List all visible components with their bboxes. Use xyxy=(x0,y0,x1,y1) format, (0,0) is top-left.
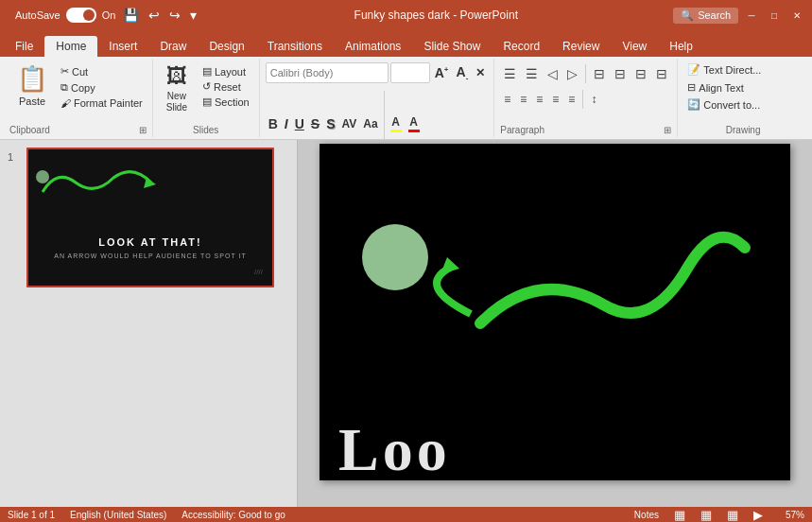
slide-thumbnail[interactable]: LOOK AT THAT! AN ARROW WOULD HELP AUDIEN… xyxy=(26,148,274,287)
slide-canvas[interactable]: Loo xyxy=(320,144,790,480)
char-case-btn[interactable]: Aa xyxy=(360,115,380,132)
font-color-btn[interactable]: A xyxy=(406,113,423,134)
strikethrough-btn[interactable]: S xyxy=(308,114,322,133)
copy-button[interactable]: ⧉ Copy xyxy=(57,80,147,95)
close-btn[interactable]: ✕ xyxy=(789,8,804,23)
slides-small-btns: ▤ Layout ↺ Reset ▤ Section xyxy=(199,64,253,109)
reset-button[interactable]: ↺ Reset xyxy=(199,79,253,94)
view-slideshow-btn[interactable]: ▶ xyxy=(753,508,763,522)
bold-btn[interactable]: B xyxy=(266,114,281,133)
smart-art-btn[interactable]: ⊟ xyxy=(652,64,671,83)
para-divider2 xyxy=(582,90,583,109)
slide-decoration: //// xyxy=(254,268,263,276)
ribbon: 📋 Paste ✂ Cut ⧉ Copy 🖌 Format Painter C xyxy=(0,57,812,140)
indent-inc-btn[interactable]: ▷ xyxy=(563,64,581,83)
slide-panel: 1 LOOK AT THAT! AN ARROW WOULD HELP AUDI… xyxy=(0,140,298,507)
slide-info: Slide 1 of 1 xyxy=(8,510,55,520)
font-size-input[interactable]: 18 xyxy=(390,62,430,83)
slide-small-circle xyxy=(36,170,49,183)
notes-btn[interactable]: Notes xyxy=(634,510,659,520)
tab-view[interactable]: View xyxy=(611,36,658,57)
italic-btn[interactable]: I xyxy=(282,114,291,133)
tab-file[interactable]: File xyxy=(4,36,44,57)
justify-btn[interactable]: ≡ xyxy=(548,91,562,108)
align-text-drawing-btn[interactable]: ⊟ Align Text xyxy=(683,80,748,95)
redo-btn[interactable]: ↪ xyxy=(167,6,182,25)
autosave-toggle[interactable] xyxy=(66,8,96,23)
view-normal-btn[interactable]: ▦ xyxy=(674,508,685,522)
convert-label: Convert to... xyxy=(703,99,760,111)
maximize-btn[interactable]: □ xyxy=(767,8,782,23)
clipboard-expand-icon[interactable]: ⊞ xyxy=(139,125,147,135)
align-right-btn[interactable]: ≡ xyxy=(532,91,546,108)
search-input-label[interactable]: Search xyxy=(698,9,731,21)
clipboard-group: 📋 Paste ✂ Cut ⧉ Copy 🖌 Format Painter C xyxy=(4,59,153,137)
para-row1: ☰ ☰ ◁ ▷ ⊟ ⊟ ⊟ ⊟ xyxy=(500,62,671,85)
tab-record[interactable]: Record xyxy=(492,36,551,57)
paragraph-label: Paragraph ⊞ xyxy=(500,123,671,135)
drawing-row1: 📝 Text Direct... ⊟ Align Text xyxy=(683,62,803,95)
tab-animations[interactable]: Animations xyxy=(334,36,412,57)
tab-transitions[interactable]: Transitions xyxy=(256,36,334,57)
slide-squiggle-svg xyxy=(38,164,161,220)
clipboard-label: Clipboard ⊞ xyxy=(9,123,147,135)
minimize-btn[interactable]: ─ xyxy=(744,8,759,23)
slides-label: Slides xyxy=(159,123,253,135)
align-left-btn[interactable]: ≡ xyxy=(500,91,514,108)
font-name-input[interactable] xyxy=(266,62,389,83)
view-reading-btn[interactable]: ▦ xyxy=(727,508,738,522)
layout-icon: ▤ xyxy=(202,65,212,78)
slide-thumb-wrapper: 1 LOOK AT THAT! AN ARROW WOULD HELP AUDI… xyxy=(8,148,289,287)
columns-btn[interactable]: ⊟ xyxy=(590,64,609,83)
shadow-btn[interactable]: S xyxy=(323,114,337,133)
layout-label: Layout xyxy=(215,66,246,78)
cut-button[interactable]: ✂ Cut xyxy=(57,64,147,78)
paste-icon: 📋 xyxy=(17,64,47,94)
paste-button[interactable]: 📋 Paste xyxy=(9,61,55,123)
copy-label: Copy xyxy=(71,82,95,94)
align-text-btn[interactable]: ⊟ xyxy=(631,64,650,83)
underline-btn[interactable]: U xyxy=(292,114,307,133)
tab-design[interactable]: Design xyxy=(198,36,255,57)
line-spacing-btn[interactable]: ↕ xyxy=(587,91,600,108)
view-slide-sorter-btn[interactable]: ▦ xyxy=(700,508,712,522)
highlight-color-btn[interactable]: A xyxy=(388,113,405,134)
para-controls: ☰ ☰ ◁ ▷ ⊟ ⊟ ⊟ ⊟ ≡ ≡ ≡ ≡ ≡ ↕ xyxy=(500,61,671,113)
paragraph-expand-icon[interactable]: ⊞ xyxy=(664,125,671,135)
font-name-row: 18 A+ A- ✕ xyxy=(266,62,489,84)
tab-draw[interactable]: Draw xyxy=(148,36,198,57)
main-area: 1 LOOK AT THAT! AN ARROW WOULD HELP AUDI… xyxy=(0,140,812,507)
align-text-drawing-icon: ⊟ xyxy=(687,81,696,94)
section-button[interactable]: ▤ Section xyxy=(199,95,253,109)
font-size-decrease-btn[interactable]: A- xyxy=(454,62,472,84)
text-direct-icon: 📝 xyxy=(687,63,700,76)
char-spacing-btn[interactable]: AV xyxy=(339,115,360,132)
tab-home[interactable]: Home xyxy=(44,36,97,57)
tab-slideshow[interactable]: Slide Show xyxy=(412,36,492,57)
slide-subtitle: AN ARROW WOULD HELP AUDIENCE TO SPOT IT xyxy=(28,252,272,259)
paragraph-group: ☰ ☰ ◁ ▷ ⊟ ⊟ ⊟ ⊟ ≡ ≡ ≡ ≡ ≡ ↕ Paragraph xyxy=(494,59,678,137)
clear-formatting-btn[interactable]: ✕ xyxy=(473,64,488,81)
distribute-btn[interactable]: ≡ xyxy=(564,91,579,108)
text-direction-btn[interactable]: ⊟ xyxy=(611,64,630,83)
tab-review[interactable]: Review xyxy=(551,36,611,57)
new-slide-button[interactable]: 🖼 NewSlide xyxy=(159,61,195,117)
save-quick-btn[interactable]: 💾 xyxy=(121,6,141,25)
text-direct-btn[interactable]: 📝 Text Direct... xyxy=(683,62,765,77)
align-center-btn[interactable]: ≡ xyxy=(516,91,530,108)
undo-btn[interactable]: ↩ xyxy=(147,6,162,25)
tab-insert[interactable]: Insert xyxy=(97,36,148,57)
bullets-btn[interactable]: ☰ xyxy=(500,64,520,83)
numbering-btn[interactable]: ☰ xyxy=(522,64,542,83)
layout-button[interactable]: ▤ Layout xyxy=(199,64,253,78)
tab-help[interactable]: Help xyxy=(658,36,704,57)
format-painter-button[interactable]: 🖌 Format Painter xyxy=(57,96,147,110)
ribbon-tabs: File Home Insert Draw Design Transitions… xyxy=(0,30,812,57)
language-status: English (United States) xyxy=(70,510,166,520)
customize-quick-access-btn[interactable]: ▾ xyxy=(188,6,199,25)
align-text-drawing-label: Align Text xyxy=(699,82,744,94)
convert-btn[interactable]: 🔄 Convert to... xyxy=(683,97,764,112)
indent-dec-btn[interactable]: ◁ xyxy=(544,64,561,83)
font-size-increase-btn[interactable]: A+ xyxy=(432,63,452,82)
accessibility-status: Accessibility: Good to go xyxy=(181,510,285,520)
